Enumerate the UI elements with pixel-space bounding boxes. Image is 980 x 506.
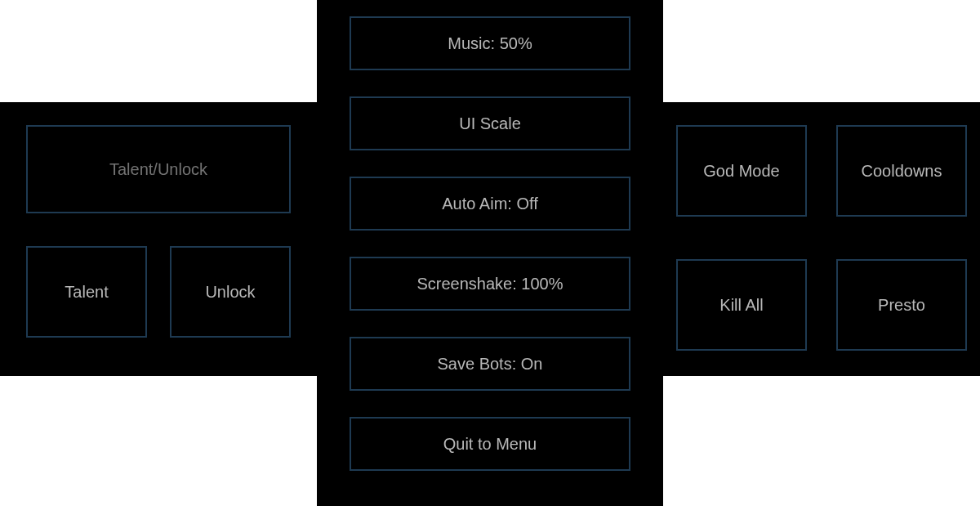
auto-aim-button[interactable]: Auto Aim: Off xyxy=(350,177,630,231)
settings-panel: Music: 50% UI Scale Auto Aim: Off Screen… xyxy=(317,0,663,506)
talent-unlock-button[interactable]: Talent/Unlock xyxy=(26,125,291,213)
talent-unlock-row: Talent Unlock xyxy=(26,246,291,338)
quit-to-menu-button[interactable]: Quit to Menu xyxy=(350,417,630,471)
ui-scale-button[interactable]: UI Scale xyxy=(350,96,630,150)
talent-unlock-panel: Talent/Unlock Talent Unlock xyxy=(0,102,317,376)
cheat-row-2: Kill All Presto xyxy=(663,259,967,351)
screenshake-button[interactable]: Screenshake: 100% xyxy=(350,257,630,311)
save-bots-button[interactable]: Save Bots: On xyxy=(350,337,630,391)
kill-all-button[interactable]: Kill All xyxy=(676,259,807,351)
unlock-button[interactable]: Unlock xyxy=(170,246,291,338)
talent-button[interactable]: Talent xyxy=(26,246,147,338)
cheat-row-1: God Mode Cooldowns xyxy=(663,125,967,217)
god-mode-button[interactable]: God Mode xyxy=(676,125,807,217)
music-button[interactable]: Music: 50% xyxy=(350,16,630,70)
presto-button[interactable]: Presto xyxy=(836,259,967,351)
cooldowns-button[interactable]: Cooldowns xyxy=(836,125,967,217)
cheat-panel: God Mode Cooldowns Kill All Presto xyxy=(663,102,980,376)
